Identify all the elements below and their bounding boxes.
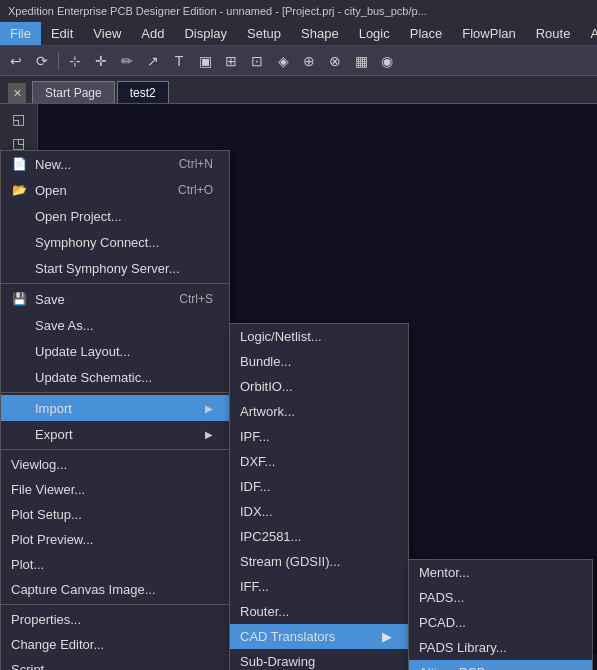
- menu-item-plot[interactable]: Plot...: [1, 552, 229, 577]
- open-icon: 📂: [11, 182, 27, 198]
- cad-translators-submenu: Mentor... PADS... PCAD... PADS Library..…: [408, 559, 593, 670]
- tab-panel-close[interactable]: ✕: [8, 83, 26, 103]
- menu-setup[interactable]: Setup: [237, 22, 291, 45]
- submenu-bundle[interactable]: Bundle...: [230, 349, 408, 374]
- submenu-stream[interactable]: Stream (GDSII)...: [230, 549, 408, 574]
- tabs-bar: ✕ Start Page test2: [0, 76, 597, 104]
- title-text: Xpedition Enterprise PCB Designer Editio…: [8, 5, 427, 17]
- submenu-idf[interactable]: IDF...: [230, 474, 408, 499]
- menu-item-file-viewer[interactable]: File Viewer...: [1, 477, 229, 502]
- divider4: [1, 604, 229, 605]
- menu-item-update-layout[interactable]: Update Layout...: [1, 338, 229, 364]
- import-submenu: Logic/Netlist... Bundle... OrbitIO... Ar…: [229, 323, 409, 670]
- submenu-router[interactable]: Router...: [230, 599, 408, 624]
- menu-item-open-project[interactable]: Open Project...: [1, 203, 229, 229]
- cad-mentor[interactable]: Mentor...: [409, 560, 592, 585]
- title-bar: Xpedition Enterprise PCB Designer Editio…: [0, 0, 597, 22]
- cad-altium-pcb[interactable]: Altium PCB...: [409, 660, 592, 670]
- save-icon: 💾: [11, 291, 27, 307]
- cad-pads[interactable]: PADS...: [409, 585, 592, 610]
- toolbar-pointer[interactable]: ⊹: [63, 50, 87, 72]
- menu-edit[interactable]: Edit: [41, 22, 83, 45]
- submenu-idx[interactable]: IDX...: [230, 499, 408, 524]
- menu-item-plot-setup[interactable]: Plot Setup...: [1, 502, 229, 527]
- menu-item-save[interactable]: 💾Save Ctrl+S: [1, 286, 229, 312]
- menu-file[interactable]: File: [0, 22, 41, 45]
- menu-item-change-editor[interactable]: Change Editor...: [1, 632, 229, 657]
- menu-anal[interactable]: Anal: [580, 22, 597, 45]
- new-icon: 📄: [11, 156, 27, 172]
- menu-item-new[interactable]: 📄New... Ctrl+N: [1, 151, 229, 177]
- toolbar-tool12[interactable]: ◉: [375, 50, 399, 72]
- tab-test2[interactable]: test2: [117, 81, 169, 103]
- file-menu: 📄New... Ctrl+N 📂Open Ctrl+O Open Project…: [0, 150, 230, 670]
- submenu-sub-drawing[interactable]: Sub-Drawing: [230, 649, 408, 670]
- menu-item-capture-canvas[interactable]: Capture Canvas Image...: [1, 577, 229, 602]
- menu-item-symphony-connect[interactable]: Symphony Connect...: [1, 229, 229, 255]
- toolbar-arrow[interactable]: ↗: [141, 50, 165, 72]
- cad-pads-library[interactable]: PADS Library...: [409, 635, 592, 660]
- toolbar-fill[interactable]: ▣: [193, 50, 217, 72]
- toolbar-sep1: [58, 52, 59, 70]
- toolbar: ↩ ⟳ ⊹ ✛ ✏ ↗ T ▣ ⊞ ⊡ ◈ ⊕ ⊗ ▦ ◉: [0, 46, 597, 76]
- menu-place[interactable]: Place: [400, 22, 453, 45]
- menu-flowplan[interactable]: FlowPlan: [452, 22, 525, 45]
- toolbar-tool11[interactable]: ▦: [349, 50, 373, 72]
- submenu-logic-netlist[interactable]: Logic/Netlist...: [230, 324, 408, 349]
- submenu-iff[interactable]: IFF...: [230, 574, 408, 599]
- menu-item-save-as[interactable]: Save As...: [1, 312, 229, 338]
- toolbar-undo[interactable]: ↩: [4, 50, 28, 72]
- toolbar-tool8[interactable]: ◈: [271, 50, 295, 72]
- toolbar-pen[interactable]: ✏: [115, 50, 139, 72]
- toolbar-cross[interactable]: ✛: [89, 50, 113, 72]
- submenu-dxf[interactable]: DXF...: [230, 449, 408, 474]
- toolbar-refresh[interactable]: ⟳: [30, 50, 54, 72]
- submenu-ipc2581[interactable]: IPC2581...: [230, 524, 408, 549]
- menu-item-viewlog[interactable]: Viewlog...: [1, 452, 229, 477]
- menu-bar: File Edit View Add Display Setup Shape L…: [0, 22, 597, 46]
- divider3: [1, 449, 229, 450]
- submenu-orbitio[interactable]: OrbitIO...: [230, 374, 408, 399]
- tab-start-page[interactable]: Start Page: [32, 81, 115, 103]
- menu-item-plot-preview[interactable]: Plot Preview...: [1, 527, 229, 552]
- open-project-icon: [11, 208, 27, 224]
- menu-item-import[interactable]: Import ▶: [1, 395, 229, 421]
- menu-item-update-schematic[interactable]: Update Schematic...: [1, 364, 229, 390]
- menu-item-open[interactable]: 📂Open Ctrl+O: [1, 177, 229, 203]
- toolbar-tool6[interactable]: ⊞: [219, 50, 243, 72]
- divider1: [1, 283, 229, 284]
- toolbar-tool9[interactable]: ⊕: [297, 50, 321, 72]
- toolbar-tool7[interactable]: ⊡: [245, 50, 269, 72]
- menu-item-symphony-server[interactable]: Start Symphony Server...: [1, 255, 229, 281]
- submenu-ipf[interactable]: IPF...: [230, 424, 408, 449]
- menu-item-script[interactable]: Script...: [1, 657, 229, 670]
- menu-shape[interactable]: Shape: [291, 22, 349, 45]
- menu-item-export[interactable]: Export ▶: [1, 421, 229, 447]
- toolbar-tool10[interactable]: ⊗: [323, 50, 347, 72]
- menu-display[interactable]: Display: [174, 22, 237, 45]
- menu-item-properties[interactable]: Properties...: [1, 607, 229, 632]
- divider2: [1, 392, 229, 393]
- main-canvas: ◱ ◳ ◰ ◲ ▾ 📄New... Ctrl+N 📂Open Ctrl+O Op…: [0, 104, 597, 654]
- toolbar-text[interactable]: T: [167, 50, 191, 72]
- menu-view[interactable]: View: [83, 22, 131, 45]
- submenu-artwork[interactable]: Artwork...: [230, 399, 408, 424]
- cad-pcad[interactable]: PCAD...: [409, 610, 592, 635]
- menu-add[interactable]: Add: [131, 22, 174, 45]
- menu-route[interactable]: Route: [526, 22, 581, 45]
- menu-logic[interactable]: Logic: [349, 22, 400, 45]
- submenu-cad-translators[interactable]: CAD Translators ▶: [230, 624, 408, 649]
- left-tool1[interactable]: ◱: [2, 108, 34, 130]
